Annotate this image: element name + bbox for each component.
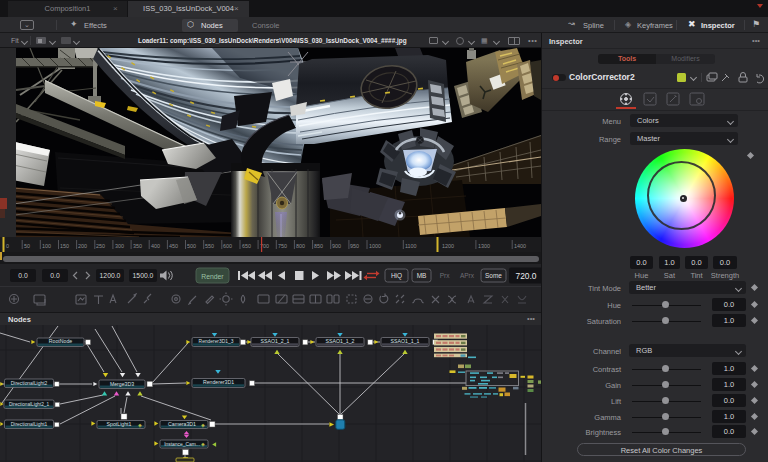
- svg-text:0: 0: [6, 243, 9, 249]
- svg-text:SSAO1_2_1: SSAO1_2_1: [261, 338, 290, 344]
- svg-text:DirectionalLight1: DirectionalLight1: [11, 422, 48, 427]
- svg-text:0.0: 0.0: [50, 272, 60, 279]
- svg-text:Render: Render: [201, 273, 224, 280]
- svg-text:1100: 1100: [405, 243, 417, 249]
- svg-text:1200.0: 1200.0: [100, 272, 121, 279]
- svg-text:300: 300: [115, 243, 124, 249]
- svg-text:MB: MB: [417, 272, 427, 279]
- svg-text:1400: 1400: [514, 243, 526, 249]
- svg-text:1000: 1000: [369, 243, 381, 249]
- svg-text:250: 250: [96, 243, 105, 249]
- svg-text:650: 650: [242, 243, 251, 249]
- svg-text:800: 800: [296, 243, 305, 249]
- svg-text:SSAO1_1_1: SSAO1_1_1: [391, 338, 420, 344]
- svg-text:100: 100: [42, 243, 51, 249]
- svg-text:Renderer3D1_3: Renderer3D1_3: [199, 339, 234, 344]
- svg-text:SSAO1_1_2: SSAO1_1_2: [326, 338, 355, 344]
- svg-text:750: 750: [278, 243, 287, 249]
- svg-text:0.0: 0.0: [18, 272, 28, 279]
- svg-text:400: 400: [151, 243, 160, 249]
- svg-text:Camera3D1: Camera3D1: [168, 421, 196, 427]
- svg-text:Instance_Cam...: Instance_Cam...: [164, 442, 200, 447]
- svg-text:600: 600: [223, 243, 232, 249]
- svg-text:DirectionalLight2: DirectionalLight2: [11, 381, 48, 386]
- svg-text:350: 350: [133, 243, 142, 249]
- svg-text:1300: 1300: [478, 243, 490, 249]
- svg-text:450: 450: [169, 243, 178, 249]
- svg-text:DirectionalLight2_1: DirectionalLight2_1: [9, 402, 50, 407]
- svg-text:1200: 1200: [442, 243, 454, 249]
- svg-text:Renderer3D1: Renderer3D1: [203, 379, 234, 385]
- svg-text:50: 50: [24, 243, 30, 249]
- svg-text:RootNode: RootNode: [49, 338, 72, 344]
- svg-text:◈: ◈: [138, 422, 142, 428]
- svg-text:550: 550: [205, 243, 214, 249]
- svg-text:◈: ◈: [201, 422, 205, 428]
- svg-text:500: 500: [187, 243, 196, 249]
- svg-text:Some: Some: [485, 272, 502, 279]
- svg-text:950: 950: [350, 243, 359, 249]
- svg-text:150: 150: [60, 243, 69, 249]
- svg-text:900: 900: [332, 243, 341, 249]
- svg-text:◈: ◈: [201, 441, 205, 447]
- svg-text:Prx: Prx: [440, 272, 451, 279]
- svg-text:HiQ: HiQ: [391, 272, 402, 280]
- svg-text:Merge3D3: Merge3D3: [110, 381, 134, 387]
- svg-text:1500.0: 1500.0: [133, 272, 154, 279]
- svg-text:850: 850: [314, 243, 323, 249]
- svg-text:200: 200: [78, 243, 87, 249]
- svg-text:720.0: 720.0: [516, 271, 537, 281]
- svg-text:APrx: APrx: [460, 272, 475, 279]
- svg-text:SpotLight1: SpotLight1: [107, 421, 132, 427]
